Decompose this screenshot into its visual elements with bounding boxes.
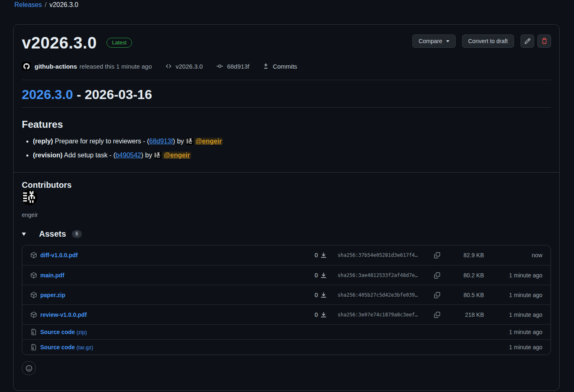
download-count: 0 bbox=[314, 292, 318, 298]
contributor-name: engeir bbox=[22, 212, 551, 218]
tag-group: v2026.3.0 bbox=[165, 63, 203, 70]
asset-size: 82.9 KB bbox=[440, 252, 484, 258]
assets-toggle[interactable]: Assets 6 bbox=[22, 229, 551, 239]
smiley-icon bbox=[25, 365, 32, 372]
breadcrumb-releases-link[interactable]: Releases bbox=[14, 1, 42, 8]
asset-row: paper.zip 0 sha256:405b27c5d42e3bfe039… … bbox=[22, 285, 551, 304]
file-zip-icon bbox=[30, 344, 37, 350]
source-code-link[interactable]: Source code(tar.gz) bbox=[40, 344, 93, 350]
package-icon bbox=[30, 292, 37, 298]
convert-to-draft-label: Convert to draft bbox=[468, 38, 508, 44]
feature-list: (reply) Prepare for reply to reviewers -… bbox=[22, 136, 551, 160]
download-icon bbox=[320, 311, 327, 318]
commits-label: Commits bbox=[273, 63, 297, 70]
breadcrumb: Releases/v2026.3.0 bbox=[0, 0, 574, 9]
compare-button[interactable]: Compare bbox=[412, 35, 456, 48]
download-count: 0 bbox=[314, 272, 318, 279]
asset-sha256: sha256:37b54e05281d3e617f4… bbox=[338, 252, 431, 258]
source-code-row: Source code(zip) 1 minute ago bbox=[22, 324, 551, 339]
feature-text: Prepare for reply to reviewers - ( bbox=[53, 138, 149, 145]
commits-group[interactable]: Commits bbox=[263, 63, 297, 70]
file-zip-icon bbox=[30, 329, 37, 335]
asset-file-link[interactable]: main.pdf bbox=[40, 272, 64, 279]
source-code-row: Source code(tar.gz) 1 minute ago bbox=[22, 339, 551, 355]
source-code-link[interactable]: Source code(zip) bbox=[40, 329, 87, 335]
asset-row: main.pdf 0 sha256:3ae4812533f2af48d7e… 8… bbox=[22, 265, 551, 285]
pencil-icon bbox=[524, 38, 531, 44]
tag-icon bbox=[165, 63, 172, 69]
feature-text-mid: ) by bbox=[173, 138, 186, 145]
commit-group: 68d913f bbox=[216, 63, 249, 70]
asset-size: 80.5 KB bbox=[440, 292, 484, 298]
release-notes-heading: 2026.3.0 - 2026-03-16 bbox=[22, 87, 551, 108]
package-icon bbox=[30, 311, 37, 318]
asset-row: review-v1.0.0.pdf 0 sha256:3e07e74c1879a… bbox=[22, 304, 551, 324]
asset-time: 1 minute ago bbox=[484, 344, 542, 350]
asset-sha256: sha256:3ae4812533f2af48d7e… bbox=[338, 272, 431, 278]
release-title: v2026.3.0 bbox=[22, 34, 97, 52]
source-code-label: Source code bbox=[40, 329, 75, 335]
diff-icon bbox=[263, 63, 269, 69]
release-actions: Compare Convert to draft bbox=[412, 34, 551, 48]
mention-link[interactable]: @engeir bbox=[194, 138, 223, 145]
asset-time: 1 minute ago bbox=[484, 311, 542, 318]
source-code-ext: (zip) bbox=[76, 329, 87, 335]
assets-heading: Assets bbox=[39, 229, 66, 239]
tag-name: v2026.3.0 bbox=[176, 63, 203, 70]
download-count: 0 bbox=[314, 252, 318, 258]
release-meta: github-actions released this 1 minute ag… bbox=[22, 62, 551, 71]
released-text: released this 1 minute ago bbox=[79, 63, 152, 70]
feature-commit-link[interactable]: 68d913f bbox=[149, 138, 173, 145]
source-code-ext: (tar.gz) bbox=[76, 344, 93, 350]
mention-link[interactable]: @engeir bbox=[162, 152, 191, 159]
asset-time: 1 minute ago bbox=[484, 329, 542, 335]
delete-release-button[interactable] bbox=[537, 35, 551, 48]
assets-table: diff-v1.0.0.pdf 0 sha256:37b54e05281d3e6… bbox=[22, 245, 551, 355]
add-reaction-button[interactable] bbox=[22, 361, 36, 375]
breadcrumb-separator: / bbox=[45, 1, 46, 8]
mention-avatar bbox=[186, 138, 193, 145]
package-icon bbox=[30, 272, 37, 279]
asset-sha256: sha256:405b27c5d42e3bfe039… bbox=[338, 292, 431, 298]
asset-row: diff-v1.0.0.pdf 0 sha256:37b54e05281d3e6… bbox=[22, 245, 551, 265]
assets-count-badge: 6 bbox=[72, 230, 82, 238]
release-date: - 2026-03-16 bbox=[73, 87, 152, 102]
release-card: v2026.3.0 Latest Compare Convert to draf… bbox=[13, 24, 560, 391]
version-link[interactable]: 2026.3.0 bbox=[22, 87, 73, 102]
release-footer: Contributors engeir Assets 6 diff-v1.0.0… bbox=[14, 172, 559, 383]
copy-icon[interactable] bbox=[431, 272, 440, 279]
convert-to-draft-button[interactable]: Convert to draft bbox=[462, 35, 514, 48]
copy-icon[interactable] bbox=[431, 292, 440, 298]
release-header: v2026.3.0 Latest Compare Convert to draf… bbox=[14, 25, 559, 80]
contributor-avatar[interactable] bbox=[22, 190, 551, 205]
feature-item: (reply) Prepare for reply to reviewers -… bbox=[33, 136, 551, 147]
header-divider bbox=[22, 80, 551, 80]
compare-button-label: Compare bbox=[419, 38, 442, 44]
asset-size: 218 KB bbox=[440, 311, 484, 318]
release-author-link[interactable]: github-actions bbox=[35, 63, 77, 70]
copy-icon[interactable] bbox=[431, 311, 440, 318]
asset-time: now bbox=[484, 252, 542, 258]
asset-file-link[interactable]: paper.zip bbox=[40, 292, 65, 298]
release-body: 2026.3.0 - 2026-03-16 Features (reply) P… bbox=[14, 87, 559, 160]
feature-text: Add setup task - ( bbox=[62, 152, 116, 159]
latest-badge: Latest bbox=[106, 38, 132, 48]
asset-time: 1 minute ago bbox=[484, 292, 542, 298]
asset-file-link[interactable]: diff-v1.0.0.pdf bbox=[40, 252, 78, 258]
commit-sha[interactable]: 68d913f bbox=[227, 63, 249, 70]
trash-icon bbox=[541, 38, 548, 44]
feature-commit-link[interactable]: b490542 bbox=[116, 152, 141, 159]
feature-scope: (revision) bbox=[33, 152, 62, 159]
disclosure-caret-icon bbox=[22, 233, 26, 236]
features-heading: Features bbox=[22, 119, 551, 130]
source-code-label: Source code bbox=[40, 344, 75, 350]
asset-sha256: sha256:3e07e74c1879a8c3eef… bbox=[338, 312, 431, 318]
download-count: 0 bbox=[314, 311, 318, 318]
edit-release-button[interactable] bbox=[521, 35, 534, 48]
download-icon bbox=[320, 252, 327, 258]
asset-size: 80.2 KB bbox=[440, 272, 484, 279]
asset-file-link[interactable]: review-v1.0.0.pdf bbox=[40, 311, 87, 318]
github-actions-avatar bbox=[22, 62, 31, 71]
feature-item: (revision) Add setup task - (b490542) by… bbox=[33, 150, 551, 161]
copy-icon[interactable] bbox=[431, 252, 440, 258]
